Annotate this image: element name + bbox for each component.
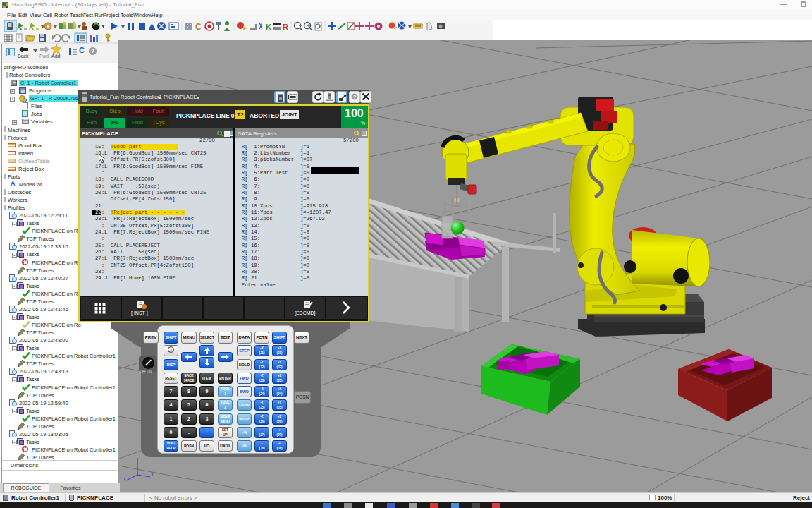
svg-text:x: x	[123, 476, 126, 481]
svg-text:R: R	[283, 23, 288, 31]
svg-text:C: C	[195, 22, 202, 32]
svg-text:K: K	[266, 23, 271, 31]
svg-text:Y: Y	[151, 471, 154, 476]
svg-text:?: ?	[352, 93, 356, 99]
